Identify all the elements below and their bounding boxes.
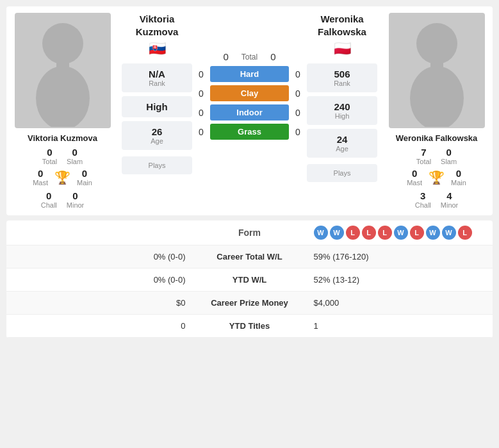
stats-row-0-left: 0% (0-0) [17, 252, 199, 261]
player1-minor-value: 0 [72, 190, 78, 201]
svg-rect-2 [56, 61, 69, 74]
stats-row-1: 0% (0-0) YTD W/L 52% (13-12) [6, 269, 493, 292]
player1-slam-label: Slam [67, 158, 83, 165]
stats-row-2: $0 Career Prize Money $4,000 [6, 292, 493, 315]
player1-chall-value: 0 [46, 190, 51, 201]
indoor-score-left: 0 [195, 108, 207, 118]
hard-score-left: 0 [195, 69, 207, 79]
stats-row-0: 0% (0-0) Career Total W/L 59% (176-120) [6, 245, 493, 269]
player1-rank-value: N/A [128, 69, 186, 79]
form-badges-container: WWLLLWLWWL [301, 226, 483, 240]
player1-mast-value: 0 [38, 168, 43, 179]
grass-score-left: 0 [195, 127, 207, 137]
stats-row-3-right: 1 [301, 321, 483, 331]
player1-age-value: 26 [128, 126, 186, 137]
form-badge-3: L [362, 226, 376, 240]
player2-slam-value: 0 [446, 147, 451, 158]
stats-row-2-left: $0 [17, 298, 199, 308]
svg-rect-5 [430, 61, 443, 74]
clay-label: Clay [210, 85, 289, 101]
form-badge-2: L [346, 226, 360, 240]
player2-chall-label: Chall [415, 201, 431, 209]
svg-point-4 [410, 66, 464, 127]
player2-rank-label: Rank [313, 79, 371, 87]
player1-main-value: 0 [82, 168, 87, 179]
player2-high-value: 240 [313, 101, 371, 112]
stats-row-1-label: YTD W/L [199, 275, 301, 285]
player2-plays-box: Plays [307, 164, 377, 182]
player1-plays-box: Plays [122, 156, 192, 174]
player2-high-box: 240 High [307, 96, 377, 125]
player2-mast-label: Mast [407, 179, 422, 187]
form-badge-5: W [394, 226, 408, 240]
form-badge-1: W [330, 226, 344, 240]
player2-plays-label: Plays [313, 169, 371, 177]
svg-point-3 [416, 23, 457, 64]
surface-rows: 0 Hard 0 0 Clay 0 0 Indoor 0 [195, 66, 304, 143]
player1-main-label: Main [77, 179, 92, 187]
player2-rank-box: 506 Rank [307, 63, 377, 92]
player2-slam-label: Slam [441, 158, 457, 165]
clay-score-left: 0 [195, 88, 207, 99]
grass-score-right: 0 [292, 127, 304, 137]
player2-avatar [389, 13, 485, 128]
player2-age-value: 24 [313, 134, 371, 145]
form-badge-7: W [426, 226, 440, 240]
total-score-right: 0 [270, 51, 275, 62]
player2-minor-label: Minor [441, 201, 459, 209]
player1-high-value: High [128, 101, 186, 112]
clay-score-right: 0 [292, 88, 304, 99]
indoor-score-right: 0 [292, 108, 304, 118]
player2-name-top: Weronika Falkowska [318, 13, 366, 38]
stats-row-2-label: Career Prize Money [199, 298, 301, 308]
player2-total-label: Total [416, 158, 431, 165]
player2-high-label: High [313, 112, 371, 120]
player1-chall-label: Chall [41, 201, 57, 209]
form-label: Form [238, 228, 261, 238]
stats-row-0-right: 59% (176-120) [301, 252, 483, 261]
form-badge-6: L [410, 226, 424, 240]
player1-total-label: Total [42, 158, 57, 165]
stats-row-1-right: 52% (13-12) [301, 275, 483, 285]
player2-minor-value: 4 [446, 190, 452, 201]
form-badge-0: W [314, 226, 328, 240]
hard-label: Hard [210, 66, 289, 82]
surface-row-clay: 0 Clay 0 [195, 85, 304, 101]
stats-table: Form WWLLLWLWWL 0% (0-0) Career Total W/… [6, 220, 493, 338]
surface-row-grass: 0 Grass 0 [195, 124, 304, 140]
player2-flag: 🇵🇱 [334, 40, 351, 57]
player2-age-label: Age [313, 145, 371, 153]
player2-name: Weronika Falkowska [396, 133, 478, 143]
player2-trophy-icon: 🏆 [429, 170, 445, 185]
player2-main-label: Main [451, 179, 466, 187]
svg-point-1 [36, 66, 90, 127]
player1-age-label: Age [128, 137, 186, 145]
player2-total-value: 7 [421, 147, 426, 158]
player1-trophy-icon: 🏆 [54, 170, 70, 185]
player1-name-top: Viktoria Kuzmova [136, 13, 179, 38]
player2-mast-value: 0 [412, 168, 417, 179]
total-score-left: 0 [223, 51, 228, 62]
svg-point-0 [42, 23, 83, 64]
hard-score-right: 0 [292, 69, 304, 79]
player1-avatar [15, 13, 111, 128]
grass-label: Grass [210, 124, 289, 140]
player1-rank-label: Rank [128, 79, 186, 87]
player1-mast-label: Mast [33, 179, 48, 187]
player1-plays-label: Plays [128, 162, 186, 169]
player1-minor-label: Minor [67, 201, 85, 209]
stats-row-3: 0 YTD Titles 1 [6, 315, 493, 338]
form-badge-8: W [442, 226, 456, 240]
form-badge-4: L [378, 226, 392, 240]
form-badge-9: L [458, 226, 472, 240]
player1-slam-value: 0 [72, 147, 77, 158]
stats-row-3-left: 0 [17, 321, 199, 331]
surface-row-hard: 0 Hard 0 [195, 66, 304, 82]
surface-row-indoor: 0 Indoor 0 [195, 104, 304, 120]
player1-name: Viktoria Kuzmova [28, 133, 97, 143]
player2-chall-value: 3 [420, 190, 425, 201]
stats-row-1-left: 0% (0-0) [17, 275, 199, 285]
indoor-label: Indoor [210, 104, 289, 120]
player1-high-box: High [122, 96, 192, 117]
stats-row-0-label: Career Total W/L [199, 252, 301, 261]
